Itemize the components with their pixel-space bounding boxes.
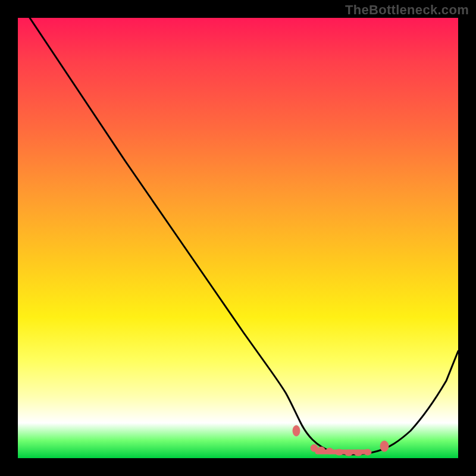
curve-layer <box>18 18 458 458</box>
svg-point-0 <box>293 425 300 436</box>
plot-area <box>18 18 458 458</box>
svg-point-8 <box>380 441 389 452</box>
svg-rect-9 <box>315 450 369 454</box>
chart-frame: TheBottleneck.com <box>0 0 476 476</box>
bottleneck-curve <box>30 18 458 455</box>
watermark-label: TheBottleneck.com <box>345 2 469 18</box>
